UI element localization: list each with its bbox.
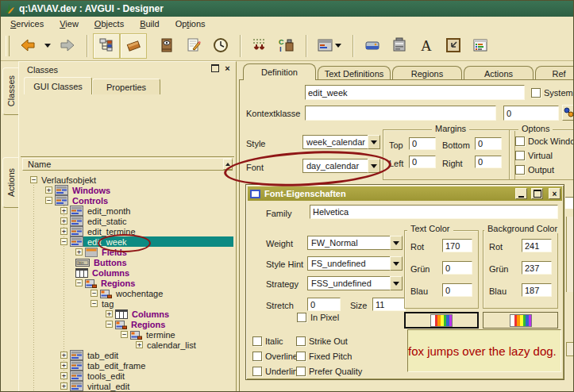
expand-icon[interactable]: +: [60, 217, 67, 225]
expand-icon[interactable]: +: [45, 186, 52, 194]
tree-item-edit_static[interactable]: +edit_static: [60, 216, 129, 226]
expand-icon[interactable]: +: [60, 362, 67, 369]
expand-icon[interactable]: +: [60, 207, 67, 214]
tree-item-termine[interactable]: −termine: [121, 329, 177, 340]
collapse-icon[interactable]: −: [121, 331, 128, 338]
font-button[interactable]: A: [413, 33, 440, 59]
tree-item-controls[interactable]: −Controls: [45, 195, 110, 206]
machine-button[interactable]: [386, 33, 413, 59]
panel-close-button[interactable]: ×: [222, 63, 233, 73]
tree-item-buttons[interactable]: btnButtons: [75, 257, 129, 267]
update-button[interactable]: [246, 33, 273, 59]
size-input[interactable]: [372, 298, 406, 311]
class-hierarchy-button[interactable]: [93, 33, 120, 59]
tree-item-tools_edit[interactable]: +tools_edit: [60, 371, 126, 381]
stretch-input[interactable]: [307, 298, 341, 311]
tree-item-tab_edit_frame[interactable]: +tab_edit_frame: [60, 360, 147, 371]
virtual-checkbox[interactable]: [515, 151, 525, 160]
text-gruen-input[interactable]: [442, 261, 472, 275]
chevron-down-icon[interactable]: [390, 236, 403, 250]
chevron-down-icon[interactable]: [390, 276, 403, 290]
edit-document-button[interactable]: [180, 33, 207, 59]
back-button[interactable]: [14, 33, 41, 59]
history-clock-button[interactable]: [207, 33, 234, 59]
window-list-button[interactable]: [467, 33, 494, 59]
tree-item-tab_edit[interactable]: +tab_edit: [60, 350, 120, 360]
collapse-icon[interactable]: −: [30, 176, 37, 183]
overline-checkbox[interactable]: [252, 352, 262, 361]
tab-actions[interactable]: Actions: [464, 66, 534, 79]
in-pixel-checkbox[interactable]: [297, 313, 306, 322]
menu-objects[interactable]: Objects: [94, 19, 124, 29]
save-drive-button[interactable]: [359, 33, 386, 59]
kontext-id-input[interactable]: [503, 106, 559, 121]
tree-item-verlaufsobjekt[interactable]: −Verlaufsobjekt: [30, 175, 98, 185]
chevron-down-icon[interactable]: [368, 135, 380, 149]
dialog-title-bar[interactable]: Font-Eigenschaften ×: [248, 186, 562, 201]
bg-blau-input[interactable]: [522, 283, 552, 297]
compile-button[interactable]: CI: [273, 33, 300, 59]
expand-icon[interactable]: +: [60, 352, 67, 359]
style-hint-dropdown[interactable]: FS_undefined: [307, 256, 403, 271]
tab-ref[interactable]: Ref: [535, 66, 574, 79]
menu-view[interactable]: View: [60, 19, 79, 29]
bg-rot-input[interactable]: [522, 239, 552, 252]
tree-item-calendar_list[interactable]: +calendar_list: [136, 340, 198, 350]
font-dropdown[interactable]: day_calendar: [302, 159, 380, 173]
dock-window-checkbox[interactable]: [515, 136, 525, 146]
menu-build[interactable]: Build: [140, 19, 159, 29]
tab-properties[interactable]: Properties: [92, 79, 160, 94]
bg-gruen-input[interactable]: [522, 261, 552, 275]
kontextklasse-input[interactable]: [305, 106, 496, 121]
italic-checkbox[interactable]: [252, 336, 262, 346]
strategy-dropdown[interactable]: FSS_undefined: [307, 276, 403, 290]
expand-icon[interactable]: +: [60, 372, 67, 379]
text-blau-input[interactable]: [442, 283, 472, 297]
eraser-button[interactable]: [120, 33, 147, 59]
tab-definition[interactable]: Definition: [243, 63, 316, 80]
collapse-icon[interactable]: −: [45, 197, 52, 204]
background-color-picker-button[interactable]: [483, 312, 558, 329]
panel-dock-button[interactable]: [210, 63, 220, 73]
collapse-icon[interactable]: −: [91, 290, 98, 297]
collapse-icon[interactable]: −: [106, 321, 113, 328]
tree-item-edit_week[interactable]: −edit_week: [60, 236, 233, 247]
back-history-button[interactable]: [41, 33, 54, 59]
class-name-input[interactable]: [305, 85, 525, 100]
collapse-icon[interactable]: −: [91, 300, 98, 307]
dock-tab-classes[interactable]: Classes: [2, 67, 18, 115]
column-scroll-button[interactable]: [223, 159, 233, 170]
maximize-button[interactable]: [531, 188, 543, 199]
expand-icon[interactable]: +: [136, 341, 143, 348]
form-select-button[interactable]: [312, 33, 347, 59]
tree-item-tag[interactable]: −tag: [91, 298, 115, 309]
expand-icon[interactable]: +: [60, 382, 67, 390]
family-input[interactable]: [310, 205, 558, 219]
fixed-pitch-checkbox[interactable]: [296, 352, 306, 361]
prefer-quality-checkbox[interactable]: [296, 367, 306, 376]
chevron-down-icon[interactable]: [368, 159, 380, 173]
tree-item-virtual_edit[interactable]: +virtual_edit: [60, 381, 131, 391]
text-rot-input[interactable]: [442, 239, 472, 252]
tree-item-regions[interactable]: −Regions: [106, 319, 167, 329]
image-link-button[interactable]: [440, 33, 467, 59]
toolbar-grip[interactable]: [6, 36, 10, 56]
expand-icon[interactable]: +: [60, 228, 67, 235]
minimize-button[interactable]: [515, 188, 527, 199]
kontext-link-button[interactable]: [562, 105, 574, 121]
tree-item-wochentage[interactable]: −wochentage: [91, 288, 164, 298]
tab-regions[interactable]: Regions: [392, 66, 462, 79]
tree-item-columns[interactable]: Columns: [75, 267, 131, 278]
output-checkbox[interactable]: [515, 165, 525, 175]
underline-checkbox[interactable]: [252, 367, 262, 376]
system-checkbox[interactable]: [531, 88, 541, 98]
close-button[interactable]: ×: [549, 188, 561, 199]
tree-item-columns[interactable]: +Columns: [106, 309, 171, 319]
margin-top-input[interactable]: [409, 137, 436, 150]
forward-button[interactable]: [54, 33, 81, 59]
text-color-picker-button[interactable]: [404, 312, 479, 329]
menu-options[interactable]: Options: [175, 19, 206, 29]
tree-item-edit_termine[interactable]: +edit_termine: [60, 226, 137, 236]
weight-dropdown[interactable]: FW_Normal: [307, 236, 403, 250]
chevron-down-icon[interactable]: [390, 256, 403, 271]
